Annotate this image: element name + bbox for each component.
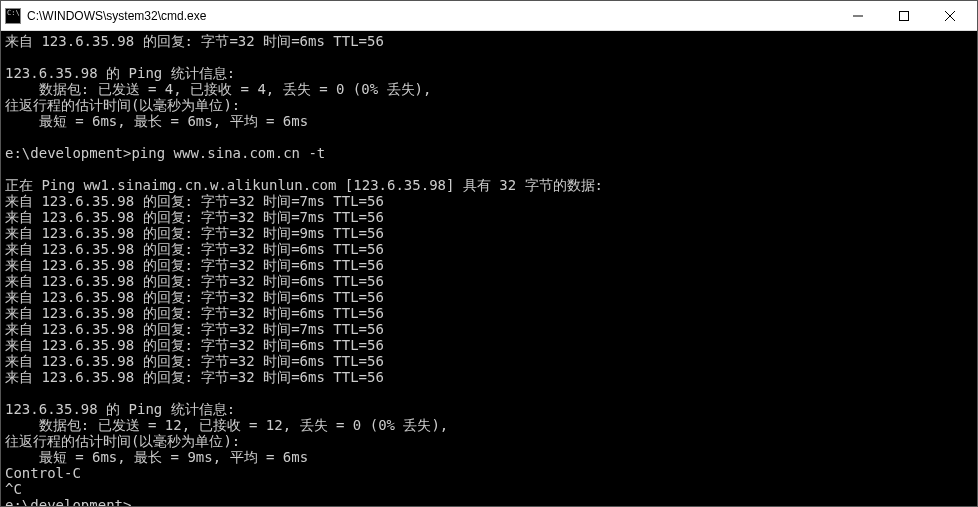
terminal-line	[5, 161, 973, 177]
titlebar-text: C:\WINDOWS\system32\cmd.exe	[27, 9, 835, 23]
terminal-line: 来自 123.6.35.98 的回复: 字节=32 时间=6ms TTL=56	[5, 33, 973, 49]
terminal-line: 来自 123.6.35.98 的回复: 字节=32 时间=6ms TTL=56	[5, 241, 973, 257]
terminal-line: e:\development>	[5, 497, 973, 506]
terminal-line	[5, 385, 973, 401]
minimize-button[interactable]	[835, 1, 881, 31]
terminal-line: 来自 123.6.35.98 的回复: 字节=32 时间=9ms TTL=56	[5, 225, 973, 241]
terminal-line: 往返行程的估计时间(以毫秒为单位):	[5, 433, 973, 449]
terminal-line: 来自 123.6.35.98 的回复: 字节=32 时间=6ms TTL=56	[5, 257, 973, 273]
terminal-line: 数据包: 已发送 = 12, 已接收 = 12, 丢失 = 0 (0% 丢失),	[5, 417, 973, 433]
terminal-line: 正在 Ping ww1.sinaimg.cn.w.alikunlun.com […	[5, 177, 973, 193]
terminal-line: 123.6.35.98 的 Ping 统计信息:	[5, 401, 973, 417]
terminal-line: 往返行程的估计时间(以毫秒为单位):	[5, 97, 973, 113]
terminal-line: 来自 123.6.35.98 的回复: 字节=32 时间=7ms TTL=56	[5, 321, 973, 337]
terminal-line: 来自 123.6.35.98 的回复: 字节=32 时间=6ms TTL=56	[5, 289, 973, 305]
terminal-line: 来自 123.6.35.98 的回复: 字节=32 时间=6ms TTL=56	[5, 353, 973, 369]
maximize-button[interactable]	[881, 1, 927, 31]
cmd-window: C:\WINDOWS\system32\cmd.exe 来自 123.6.35.…	[0, 0, 978, 507]
svg-rect-1	[900, 11, 909, 20]
minimize-icon	[853, 11, 863, 21]
close-button[interactable]	[927, 1, 973, 31]
close-icon	[945, 11, 955, 21]
terminal-line: 来自 123.6.35.98 的回复: 字节=32 时间=6ms TTL=56	[5, 369, 973, 385]
terminal-line: e:\development>ping www.sina.com.cn -t	[5, 145, 973, 161]
titlebar-controls	[835, 1, 973, 31]
terminal-line: 最短 = 6ms, 最长 = 6ms, 平均 = 6ms	[5, 113, 973, 129]
terminal-line: 123.6.35.98 的 Ping 统计信息:	[5, 65, 973, 81]
terminal-line	[5, 129, 973, 145]
terminal-line: ^C	[5, 481, 973, 497]
terminal-line: 来自 123.6.35.98 的回复: 字节=32 时间=7ms TTL=56	[5, 193, 973, 209]
terminal-line	[5, 49, 973, 65]
terminal-line: Control-C	[5, 465, 973, 481]
maximize-icon	[899, 11, 909, 21]
terminal-line: 最短 = 6ms, 最长 = 9ms, 平均 = 6ms	[5, 449, 973, 465]
terminal-line: 来自 123.6.35.98 的回复: 字节=32 时间=7ms TTL=56	[5, 209, 973, 225]
terminal-line: 来自 123.6.35.98 的回复: 字节=32 时间=6ms TTL=56	[5, 337, 973, 353]
titlebar[interactable]: C:\WINDOWS\system32\cmd.exe	[1, 1, 977, 31]
terminal-line: 来自 123.6.35.98 的回复: 字节=32 时间=6ms TTL=56	[5, 305, 973, 321]
terminal-output[interactable]: 来自 123.6.35.98 的回复: 字节=32 时间=6ms TTL=561…	[1, 31, 977, 506]
terminal-line: 来自 123.6.35.98 的回复: 字节=32 时间=6ms TTL=56	[5, 273, 973, 289]
cmd-icon	[5, 8, 21, 24]
terminal-line: 数据包: 已发送 = 4, 已接收 = 4, 丢失 = 0 (0% 丢失),	[5, 81, 973, 97]
